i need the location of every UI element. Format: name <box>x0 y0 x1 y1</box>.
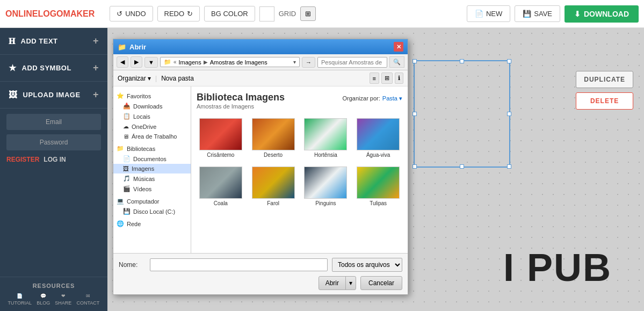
contact-icon[interactable]: ✉ CONTACT <box>77 293 100 306</box>
save-icon: 💾 <box>523 10 531 18</box>
file-thumb-penguins <box>304 167 347 199</box>
sidebar-item-add-symbol[interactable]: ★ ADD SYMBOL + <box>0 55 107 82</box>
tree-item-disco[interactable]: 💾 Disco Local (C:) <box>113 206 191 216</box>
handle-bm[interactable] <box>460 164 464 169</box>
abrir-button[interactable]: Abrir ▾ <box>319 276 356 290</box>
nome-label: Nome: <box>119 261 146 269</box>
sidebar-item-upload-image[interactable]: 🖼 UPLOAD IMAGE + <box>0 82 107 109</box>
cancelar-button[interactable]: Cancelar <box>360 276 402 290</box>
computer-icon: 💻 <box>117 198 124 205</box>
sidebar: 𝐇 ADD TEXT + ★ ADD SYMBOL + 🖼 UPLOAD IMA… <box>0 28 107 311</box>
downloads-icon: 📥 <box>123 103 131 110</box>
image-icon: 🖼 <box>9 90 18 100</box>
grid-toggle-button[interactable]: ⊞ <box>300 6 316 21</box>
file-item-crisantemo[interactable]: Crisântemo <box>197 116 245 160</box>
tree-item-videos[interactable]: 🎬 Vídeos <box>113 184 191 194</box>
network-icon: 🌐 <box>117 220 124 227</box>
up-button[interactable]: ▼ <box>144 57 158 68</box>
tree-rede-section: 🌐 Rede <box>113 218 191 230</box>
resources-icons: 📄 TUTORIAL 💬 BLOG ❤ SHARE ✉ CONTACT <box>0 293 107 306</box>
top-toolbar: ONLINELOGOMAKER ↺ UNDO REDO ↻ BG COLOR G… <box>0 0 644 28</box>
file-thumb-hortense <box>304 118 347 150</box>
file-type-select[interactable]: Todos os arquivos <box>332 258 402 272</box>
login-button[interactable]: LOG IN <box>44 156 66 163</box>
nome-input[interactable] <box>150 258 328 271</box>
tree-item-locais[interactable]: 📋 Locais <box>113 111 191 121</box>
organizar-button[interactable]: Organizar ▾ <box>118 75 151 82</box>
handle-tr[interactable] <box>507 59 511 63</box>
dialog-title-bar: 📁 Abrir ✕ <box>113 39 408 54</box>
view-list-button[interactable]: ≡ <box>370 73 379 84</box>
canvas-logo-text[interactable]: I PUB <box>503 245 612 290</box>
grid-icon: ⊞ <box>305 10 311 18</box>
locais-icon: 📋 <box>123 113 131 120</box>
path-breadcrumb[interactable]: 📁 « Imagens ▶ Amostras de Imagens ▾ <box>160 57 300 67</box>
files-header: Biblioteca Imagens Amostras de Imagens O… <box>197 92 402 114</box>
file-thumb-deserto <box>252 118 295 150</box>
tree-computador-group[interactable]: 💻 Computador <box>113 196 191 206</box>
search-input[interactable] <box>317 57 387 68</box>
pasta-sort-button[interactable]: Pasta ▾ <box>382 95 402 102</box>
tree-rede-group[interactable]: 🌐 Rede <box>113 219 191 229</box>
back-button[interactable]: ◀ <box>117 56 128 68</box>
password-input[interactable] <box>6 134 101 150</box>
save-button[interactable]: 💾 SAVE <box>515 5 560 22</box>
tree-item-onedrive[interactable]: ☁ OneDrive <box>113 121 191 132</box>
tree-panel: ⭐ Favoritos 📥 Downloads 📋 Locais ☁ <box>113 86 191 253</box>
email-input[interactable] <box>6 114 101 130</box>
bg-color-button[interactable]: BG COLOR <box>204 6 255 21</box>
handle-br[interactable] <box>507 164 511 169</box>
handle-ml[interactable] <box>413 112 417 116</box>
delete-button[interactable]: DELETE <box>576 92 633 110</box>
tree-bibliotecas-group[interactable]: 📁 Bibliotecas <box>113 143 191 154</box>
search-button[interactable]: 🔍 <box>389 56 404 68</box>
view-details-button[interactable]: ℹ <box>395 73 403 84</box>
handle-bl[interactable] <box>413 164 417 169</box>
handle-tm[interactable] <box>460 59 464 63</box>
file-dialog: 📁 Abrir ✕ ◀ ▶ ▼ 📁 « Imagens ▶ Amostras d… <box>113 39 408 295</box>
duplicate-button[interactable]: DUPLICATE <box>576 71 633 88</box>
tree-item-documentos[interactable]: 📄 Documentos <box>113 154 191 164</box>
download-icon: ⬇ <box>574 10 581 18</box>
download-button[interactable]: ⬇ DOWNLOAD <box>565 5 639 23</box>
view-grid-button[interactable]: ⊞ <box>381 73 393 84</box>
file-item-koala[interactable]: Coala <box>197 164 245 208</box>
forward-button[interactable]: ▶ <box>131 56 142 68</box>
tree-item-downloads[interactable]: 📥 Downloads <box>113 101 191 111</box>
file-item-lighthouse[interactable]: Farol <box>249 164 298 208</box>
folder-icon: 📁 <box>118 43 126 51</box>
file-item-penguins[interactable]: Pinguins <box>302 164 350 208</box>
nova-pasta-button[interactable]: Nova pasta <box>161 75 194 82</box>
bg-color-swatch[interactable] <box>259 6 274 21</box>
blog-icon[interactable]: 💬 BLOG <box>37 293 50 306</box>
tree-item-imagens[interactable]: 🖼 Imagens <box>113 164 191 173</box>
file-item-deserto[interactable]: Deserto <box>249 116 298 160</box>
file-item-hortense[interactable]: Hortênsia <box>302 116 350 160</box>
nav-go-button[interactable]: → <box>302 57 315 68</box>
tree-favoritos-group[interactable]: ⭐ Favoritos <box>113 91 191 101</box>
handle-mr[interactable] <box>507 112 511 116</box>
selection-handle <box>414 60 510 168</box>
tutorial-icon[interactable]: 📄 TUTORIAL <box>8 293 32 306</box>
auth-buttons: REGISTER LOG IN <box>0 156 107 163</box>
abrir-arrow-icon[interactable]: ▾ <box>345 277 356 290</box>
file-thumb-crisantemo <box>199 118 242 150</box>
new-button[interactable]: 📄 NEW <box>467 5 510 22</box>
dialog-close-button[interactable]: ✕ <box>394 42 403 52</box>
folder-small-icon: 📁 <box>164 59 171 66</box>
handle-tl[interactable] <box>413 59 417 63</box>
redo-icon: ↻ <box>187 10 193 18</box>
redo-button[interactable]: REDO ↻ <box>157 6 200 21</box>
path-imagens: Imagens <box>178 59 201 66</box>
share-icon[interactable]: ❤ SHARE <box>55 293 71 306</box>
file-item-tulips[interactable]: Tulipas <box>354 164 402 208</box>
register-button[interactable]: REGISTER <box>6 156 39 163</box>
files-subtitle: Amostras de Imagens <box>197 103 285 110</box>
add-text-plus-icon: + <box>93 35 99 47</box>
sidebar-item-add-text[interactable]: 𝐇 ADD TEXT + <box>0 28 107 55</box>
tree-item-musicas[interactable]: 🎵 Músicas <box>113 173 191 184</box>
tree-item-desktop[interactable]: 🖥 Área de Trabalho <box>113 132 191 141</box>
file-item-jellyfish[interactable]: Água-viva <box>354 116 402 160</box>
file-thumb-lighthouse <box>252 167 295 199</box>
undo-button[interactable]: ↺ UNDO <box>110 6 153 21</box>
